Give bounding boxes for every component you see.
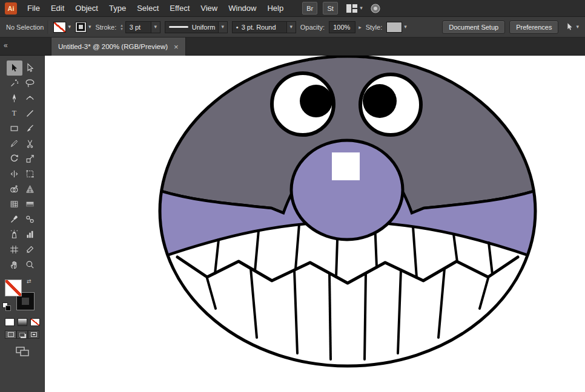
- style-select[interactable]: ▾: [386, 22, 407, 33]
- fill-color-swatch[interactable]: [5, 279, 22, 296]
- selection-options-button[interactable]: ▾: [565, 22, 579, 31]
- menu-type[interactable]: Type: [104, 4, 131, 13]
- stroke-weight-stepper[interactable]: ▴ ▾: [121, 24, 123, 31]
- artboard[interactable]: [45, 56, 585, 392]
- none-button[interactable]: [30, 318, 40, 326]
- draw-normal-button[interactable]: [5, 330, 16, 339]
- document-tab[interactable]: Untitled-3* @ 200% (RGB/Preview) ×: [51, 38, 186, 56]
- draw-behind-button[interactable]: [16, 330, 28, 339]
- stroke-weight-value: 3 pt: [130, 24, 140, 31]
- line-segment-tool-icon: [25, 108, 35, 119]
- fill-stroke-widget: ⇄: [0, 278, 44, 313]
- menu-window[interactable]: Window: [223, 4, 262, 13]
- canvas[interactable]: [45, 56, 585, 392]
- stepper-down-icon[interactable]: ▾: [121, 27, 123, 31]
- menu-view[interactable]: View: [195, 4, 223, 13]
- hand-tool[interactable]: [7, 257, 22, 272]
- right-eye[interactable]: [360, 74, 421, 135]
- app-button-st[interactable]: St: [323, 2, 338, 15]
- zoom-tool[interactable]: [22, 257, 38, 272]
- tab-close-button[interactable]: ×: [174, 42, 179, 51]
- column-graph-tool-icon: [25, 229, 35, 240]
- curvature-tool-icon: [25, 93, 35, 103]
- menu-edit[interactable]: Edit: [45, 4, 70, 13]
- pencil-tool[interactable]: [7, 136, 22, 151]
- pen-tool-icon: [9, 93, 19, 103]
- caret-down-icon: ▾: [154, 24, 157, 30]
- selection-tool[interactable]: [7, 60, 22, 76]
- type-tool[interactable]: [7, 106, 22, 121]
- width-profile-value: Uniform: [192, 24, 216, 31]
- rotate-tool[interactable]: [7, 151, 22, 166]
- menu-file[interactable]: File: [22, 4, 45, 13]
- width-tool[interactable]: [7, 166, 22, 181]
- direct-selection-tool[interactable]: [22, 60, 38, 76]
- nose[interactable]: [291, 140, 403, 240]
- control-bar: No Selection ▾ ▾ Stroke: ▴ ▾ 3 pt ▾ Unif…: [0, 17, 585, 38]
- artboard-tool[interactable]: [7, 242, 22, 257]
- curvature-tool[interactable]: [22, 91, 38, 106]
- nose-highlight: [332, 152, 360, 180]
- perspective-grid-tool[interactable]: [22, 181, 38, 197]
- symbol-sprayer-tool[interactable]: [7, 227, 22, 242]
- slice-tool-icon: [25, 244, 35, 255]
- line-segment-tool[interactable]: [22, 106, 38, 121]
- slice-tool[interactable]: [22, 242, 38, 257]
- screen-mode-button[interactable]: [0, 347, 44, 357]
- preferences-button[interactable]: Preferences: [509, 21, 558, 34]
- brush-definition-select[interactable]: • 3 pt. Round ▾: [232, 21, 296, 33]
- menu-object[interactable]: Object: [70, 4, 104, 13]
- draw-inside-button[interactable]: [28, 330, 39, 339]
- workspace-switcher[interactable]: ▾: [346, 4, 363, 13]
- color-button[interactable]: [5, 318, 15, 326]
- uniform-profile-icon: [169, 26, 188, 28]
- stroke-color-control[interactable]: ▾: [75, 22, 91, 33]
- eyedropper-tool[interactable]: [7, 212, 22, 227]
- shape-builder-tool[interactable]: [7, 181, 22, 197]
- app-button-br[interactable]: Br: [302, 2, 317, 15]
- rectangle-tool[interactable]: [7, 121, 22, 136]
- stroke-proxy-icon: [75, 22, 87, 33]
- swap-colors-icon[interactable]: ⇄: [27, 278, 31, 284]
- blend-tool[interactable]: [22, 212, 38, 227]
- scale-tool[interactable]: [22, 151, 38, 166]
- mesh-tool-icon: [9, 199, 19, 209]
- app-logo-icon: Ai: [5, 2, 17, 15]
- lasso-tool[interactable]: [22, 76, 38, 91]
- default-colors-icon[interactable]: [2, 302, 11, 311]
- menu-select[interactable]: Select: [131, 4, 164, 13]
- free-transform-tool-icon: [25, 169, 35, 179]
- width-profile-select[interactable]: Uniform ▾: [165, 21, 228, 33]
- column-graph-tool[interactable]: [22, 227, 38, 242]
- selection-tool-icon: [9, 63, 19, 73]
- free-transform-tool[interactable]: [22, 166, 38, 181]
- document-tab-title: Untitled-3* @ 200% (RGB/Preview): [58, 43, 168, 50]
- mesh-tool[interactable]: [7, 197, 22, 212]
- none-slash-icon: [5, 280, 21, 296]
- magic-wand-tool[interactable]: [7, 76, 22, 91]
- paintbrush-tool[interactable]: [22, 121, 38, 136]
- drawing-mode-buttons: [0, 330, 44, 339]
- document-setup-button[interactable]: Document Setup: [442, 21, 505, 34]
- menu-help[interactable]: Help: [262, 4, 289, 13]
- perspective-grid-tool-icon: [25, 184, 35, 194]
- share-screen-button[interactable]: [370, 3, 381, 14]
- gradient-button[interactable]: [18, 318, 27, 326]
- pen-tool[interactable]: [7, 91, 22, 106]
- menu-bar: Ai FileEditObjectTypeSelectEffectViewWin…: [0, 0, 585, 17]
- workspace-icon: [346, 4, 357, 13]
- opacity-flyout-icon[interactable]: ▸: [359, 24, 362, 30]
- opacity-select[interactable]: 100%: [329, 21, 355, 33]
- menu-effect[interactable]: Effect: [164, 4, 195, 13]
- scissors-tool[interactable]: [22, 136, 38, 151]
- fill-color-control[interactable]: ▾: [53, 22, 71, 33]
- opacity-value: 100%: [333, 24, 350, 31]
- left-eye[interactable]: [272, 73, 334, 135]
- collapse-panel-button[interactable]: «: [4, 41, 8, 50]
- gradient-tool[interactable]: [22, 197, 38, 212]
- stroke-weight-select[interactable]: 3 pt ▾: [125, 21, 160, 33]
- type-tool-icon: [9, 108, 19, 119]
- hand-tool-icon: [9, 260, 19, 270]
- fill-none-swatch: [53, 22, 66, 33]
- symbol-sprayer-tool-icon: [9, 229, 19, 240]
